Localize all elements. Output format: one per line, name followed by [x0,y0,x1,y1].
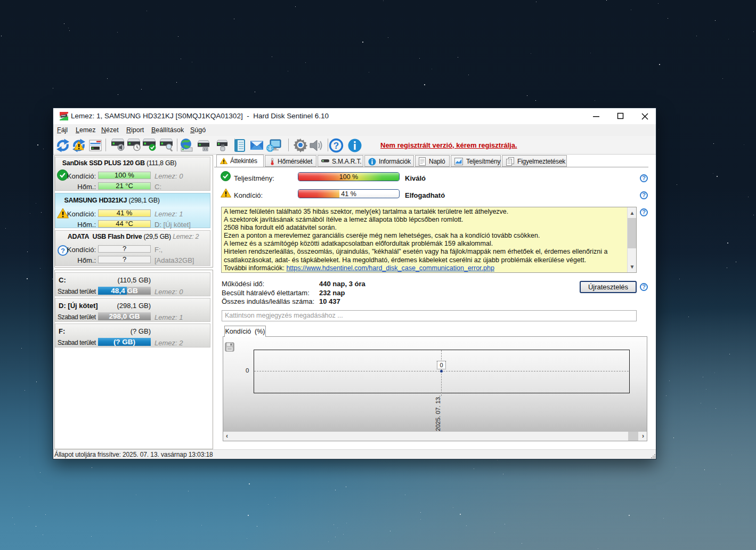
svg-text:?: ? [334,141,339,151]
